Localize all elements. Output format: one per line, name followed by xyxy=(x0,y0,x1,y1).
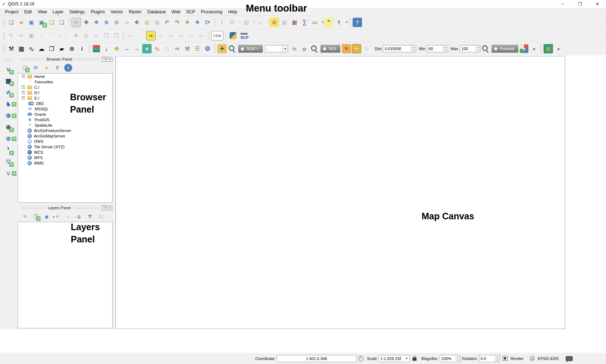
menu-view[interactable]: View xyxy=(35,9,50,15)
rgb-band-combo[interactable]: - ▾ xyxy=(265,45,288,52)
filter-browser-icon[interactable]: ▼ xyxy=(43,64,51,72)
tree-item[interactable]: C:/ xyxy=(18,84,112,90)
label-pin-icon[interactable]: ab xyxy=(156,31,166,40)
spinner-arrows[interactable] xyxy=(475,45,480,52)
sigma-threshold-icon[interactable]: σ xyxy=(300,44,309,53)
zoom-in-icon[interactable]: ⊕ xyxy=(102,18,111,27)
statistical-summary-icon[interactable]: ∑ xyxy=(300,18,309,27)
add-wcs-layer-icon[interactable]: ⊕ xyxy=(4,122,13,132)
export-signatures-icon[interactable]: → xyxy=(132,44,141,53)
expand-icon[interactable] xyxy=(22,96,25,100)
add-wfs-layer-icon[interactable]: ⊕ xyxy=(4,134,13,143)
label-visibility-icon[interactable]: abc xyxy=(166,31,176,40)
scp-folder-icon[interactable]: ▰ xyxy=(57,44,66,53)
touch-zoom-pan-icon[interactable]: ☞ xyxy=(71,18,81,27)
menu-vector[interactable]: Vector xyxy=(108,9,126,15)
spectral-plot-icon[interactable]: ∿ xyxy=(152,44,162,53)
copy-features-icon[interactable]: ❐ xyxy=(101,31,111,40)
save-layer-edits-icon[interactable]: ▣ xyxy=(27,31,36,40)
run-feature-action-icon[interactable]: ⚙ xyxy=(227,18,237,27)
toolbar-overflow-1-icon[interactable]: » xyxy=(529,44,539,53)
settings-gear-icon[interactable]: ⚙ xyxy=(203,44,212,53)
restore-icon[interactable]: ❐ xyxy=(572,0,588,8)
epsg-label[interactable]: EPSG:4326 xyxy=(538,356,559,361)
browser-panel-header[interactable]: Browser Panel ❐ ✕ xyxy=(17,55,114,63)
expand-all-icon[interactable]: ⇊ xyxy=(75,212,83,220)
menu-web[interactable]: Web xyxy=(169,9,183,15)
expand-icon[interactable] xyxy=(22,75,25,78)
zoom-to-layer-icon[interactable]: ◎ xyxy=(142,18,152,27)
menu-database[interactable]: Database xyxy=(144,9,169,15)
move-feature-icon[interactable]: ✥ xyxy=(71,31,80,40)
scale-combo[interactable]: 1:1,028,192 ▾ xyxy=(379,355,410,362)
new-composer-icon[interactable]: ❏ xyxy=(47,18,56,27)
min-input[interactable]: 60 xyxy=(427,45,448,52)
label-rotate-icon[interactable]: abc xyxy=(187,31,196,40)
tree-item[interactable]: ♞PostGIS xyxy=(18,117,112,122)
toolbar-grip[interactable] xyxy=(3,18,5,26)
add-selected-layer-icon[interactable]: ❏ xyxy=(21,64,29,72)
layers-panel-header[interactable]: Layers Panel ❐ ✕ xyxy=(17,204,114,212)
expand-icon[interactable] xyxy=(22,91,25,94)
coordinate-input[interactable]: 1.601,0.368 xyxy=(276,355,357,362)
expand-icon[interactable] xyxy=(22,85,25,89)
add-postgis-layer-icon[interactable]: ♞ xyxy=(4,99,13,109)
spinner-arrows[interactable] xyxy=(495,355,500,362)
save-project-icon[interactable]: ▣ xyxy=(27,18,36,27)
add-spatialite-layer-icon[interactable]: ✐ xyxy=(4,88,13,97)
scatter-plot-icon[interactable]: ∴ xyxy=(162,44,172,53)
grid-plugin-icon[interactable]: ▦ xyxy=(544,44,553,53)
composer-manager-icon[interactable]: ❏ xyxy=(57,18,66,27)
identify-features-icon[interactable]: i xyxy=(217,18,227,27)
help-icon[interactable]: ? xyxy=(353,18,362,27)
menu-scp[interactable]: SCP xyxy=(183,9,198,15)
menu-edit[interactable]: Edit xyxy=(21,9,35,15)
add-feature-icon[interactable]: ∵ xyxy=(61,31,70,40)
tree-item[interactable]: WFS xyxy=(18,155,112,160)
manage-visibility-icon[interactable]: ◉ xyxy=(43,212,51,220)
new-layer-icon[interactable]: V xyxy=(4,168,13,178)
zoom-next-icon[interactable]: ↷ xyxy=(173,18,182,27)
map-refresh-icon[interactable]: ⟳ xyxy=(203,18,212,27)
roi-button[interactable]: ROI xyxy=(321,45,340,53)
band-calc-icon[interactable]: ∗ xyxy=(142,44,152,53)
close-panel-icon[interactable]: ✕ xyxy=(108,57,112,62)
float-panel-icon[interactable]: ❐ xyxy=(102,57,106,62)
toggle-editing-icon[interactable]: ✏ xyxy=(17,31,26,40)
redo-roi-icon[interactable]: ↻ xyxy=(362,44,371,53)
preview-zoom-icon[interactable] xyxy=(481,44,490,53)
label-move-icon[interactable]: abc xyxy=(176,31,186,40)
tree-item[interactable]: WMS xyxy=(18,160,112,166)
toolbar-grip[interactable] xyxy=(3,32,5,40)
postprocessing-icon[interactable]: ☰ xyxy=(193,44,202,53)
menu-settings[interactable]: Settings xyxy=(66,9,88,15)
new-project-icon[interactable]: ❏ xyxy=(6,18,16,27)
spinner-arrows[interactable] xyxy=(411,45,416,52)
render-checkbox[interactable] xyxy=(503,356,507,361)
rotation-input[interactable]: 0.0 xyxy=(479,355,500,362)
add-raster-layer-icon[interactable]: ▦ xyxy=(4,76,13,85)
menu-project[interactable]: Project xyxy=(2,9,21,15)
add-roi-plugin-icon[interactable]: ✚ xyxy=(217,44,227,53)
spinner-arrows[interactable] xyxy=(455,355,460,362)
chevron-down-icon[interactable]: ▾ xyxy=(404,355,409,362)
paste-features-icon[interactable]: ❒ xyxy=(112,31,121,40)
zoom-to-signature-icon[interactable] xyxy=(310,44,319,53)
measure-icon[interactable]: ▭ xyxy=(310,18,319,27)
remove-layer-icon[interactable]: ⊟ xyxy=(97,212,105,220)
add-vector-layer-icon[interactable]: V xyxy=(4,65,13,74)
menu-help[interactable]: Help xyxy=(225,9,240,15)
tree-item[interactable]: ☆Favourites xyxy=(18,79,112,84)
rgb-composite-button[interactable]: RGB = xyxy=(238,45,263,53)
close-panel-icon[interactable]: ✕ xyxy=(108,206,112,210)
tree-item[interactable]: OWS xyxy=(18,139,112,144)
zoom-native-icon[interactable]: 1:1 xyxy=(122,18,131,27)
mosaic-bands-icon[interactable]: ❖ xyxy=(112,44,121,53)
collapse-all-layers-icon[interactable]: ⇈ xyxy=(86,212,94,220)
scp-download-icon[interactable]: ☁ xyxy=(37,44,46,53)
download-images-icon[interactable]: ↓ xyxy=(102,44,111,53)
show-bookmarks-icon[interactable]: ❖ xyxy=(193,18,202,27)
browser-properties-icon[interactable]: i xyxy=(64,64,72,72)
mouse-position-icon[interactable] xyxy=(359,356,363,361)
map-canvas[interactable] xyxy=(115,56,565,329)
